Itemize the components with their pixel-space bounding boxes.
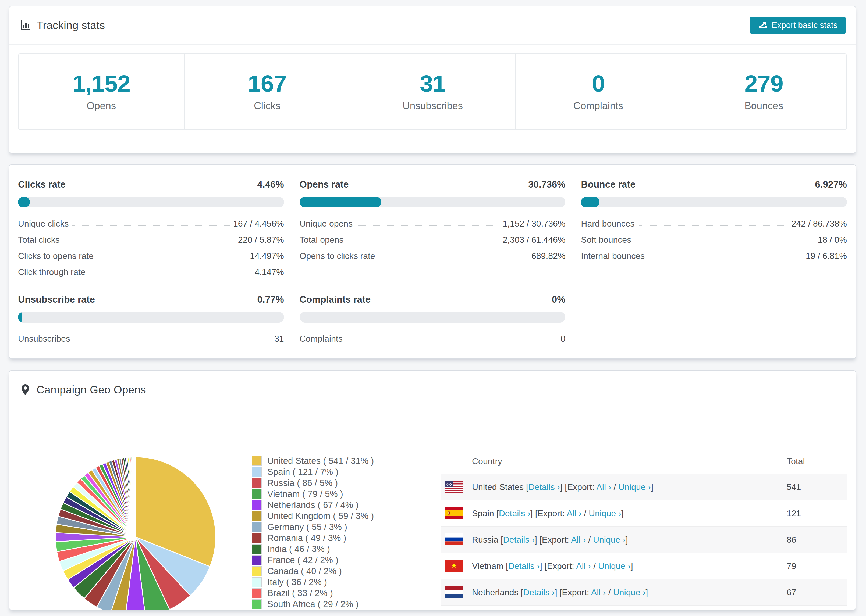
legend-item-romania: Romania ( 49 / 3% ) <box>252 533 374 544</box>
dotted-leader <box>638 225 788 226</box>
stat-value: 19 / 6.81% <box>806 251 847 260</box>
legend-item-canada: Canada ( 40 / 2% ) <box>252 566 374 577</box>
stat-label: Unique opens <box>299 219 353 228</box>
progress-bar <box>18 197 284 207</box>
rate-title: Unsubscribe rate <box>18 294 95 305</box>
legend-label: Canada ( 40 / 2% ) <box>267 566 342 576</box>
legend-item-france: France ( 42 / 2% ) <box>252 555 374 566</box>
stat-label: Unsubscribes <box>18 334 70 343</box>
column-header-total: Total <box>787 456 805 466</box>
rates-card: Clicks rate4.46%Unique clicks167 / 4.456… <box>9 165 856 359</box>
country-total: 121 <box>787 509 801 519</box>
tracking-stats-card: Tracking stats Export basic stats 1,152O… <box>9 6 856 153</box>
details-link[interactable]: Details › <box>508 561 540 571</box>
rate-value: 0% <box>552 294 565 305</box>
legend-item-spain: Spain ( 121 / 7% ) <box>252 466 374 477</box>
export-unique-link[interactable]: Unique › <box>598 561 631 571</box>
stat-row: Internal bounces19 / 6.81% <box>581 251 847 260</box>
summary-card-clicks: 167Clicks <box>184 54 350 129</box>
dotted-leader <box>356 225 499 226</box>
rate-title-row: Unsubscribe rate0.77% <box>18 294 284 305</box>
legend-swatch <box>252 500 262 510</box>
divider <box>9 44 856 45</box>
geo-header: Campaign Geo Opens <box>9 371 856 409</box>
legend-label: France ( 42 / 2% ) <box>267 555 339 565</box>
progress-bar-fill <box>18 312 22 322</box>
geo-table-row-spain: Spain [Details ›] [Export: All › / Uniqu… <box>441 500 847 526</box>
country-total: 541 <box>787 482 801 492</box>
stat-row: Hard bounces242 / 86.738% <box>581 219 847 228</box>
pie-slice-other[interactable] <box>135 457 135 537</box>
export-label: Export: <box>562 588 591 597</box>
flag-nl-icon <box>445 586 463 598</box>
legend-item-brazil: Brazil ( 33 / 2% ) <box>252 588 374 599</box>
summary-card-unsubscribes: 31Unsubscribes <box>350 54 515 129</box>
details-link[interactable]: Details › <box>529 482 560 492</box>
export-all-link[interactable]: All › <box>571 535 586 545</box>
details-link[interactable]: Details › <box>523 588 554 597</box>
country-name: Russia <box>472 535 501 545</box>
dotted-leader <box>347 242 499 242</box>
legend-label: Vietnam ( 79 / 5% ) <box>267 489 343 499</box>
rate-title: Complaints rate <box>299 294 371 305</box>
country-name: United States <box>472 482 526 492</box>
rate-block-opens-rate: Opens rate30.736%Unique opens1,152 / 30.… <box>299 179 565 276</box>
legend-swatch <box>252 588 262 598</box>
legend-swatch <box>252 544 262 554</box>
geo-table-row-united-states: United States [Details ›] [Export: All ›… <box>441 473 847 500</box>
export-unique-link[interactable]: Unique › <box>613 588 646 597</box>
dotted-leader <box>72 225 230 226</box>
summary-label: Complaints <box>573 100 623 112</box>
legend-item-italy: Italy ( 36 / 2% ) <box>252 577 374 588</box>
country-cell: United States [Details ›] [Export: All ›… <box>472 482 653 492</box>
geo-table: Country Total United States [Details ›] … <box>441 449 847 610</box>
legend-item-russia: Russia ( 86 / 5% ) <box>252 477 374 488</box>
details-link[interactable]: Details › <box>499 509 531 518</box>
summary-label: Unsubscribes <box>403 100 463 112</box>
geo-table-row-vietnam: Vietnam [Details ›] [Export: All › / Uni… <box>441 553 847 579</box>
legend-item-united-states: United States ( 541 / 31% ) <box>252 455 374 466</box>
export-basic-stats-button[interactable]: Export basic stats <box>750 17 846 34</box>
legend-label: India ( 46 / 3% ) <box>267 544 330 554</box>
legend-item-south-africa: South Africa ( 29 / 2% ) <box>252 599 374 610</box>
stat-value: 0 <box>561 334 565 343</box>
country-name: Spain <box>472 509 496 518</box>
stat-row: Complaints0 <box>299 334 565 343</box>
progress-bar <box>299 197 565 207</box>
export-all-link[interactable]: All › <box>576 561 591 571</box>
legend-swatch <box>252 489 262 499</box>
stat-value: 31 <box>274 334 284 343</box>
geo-title: Campaign Geo Opens <box>36 384 146 396</box>
stat-label: Clicks to opens rate <box>18 251 94 260</box>
dotted-leader <box>648 258 803 258</box>
export-all-link[interactable]: All › <box>596 482 611 492</box>
rate-title: Clicks rate <box>18 179 66 190</box>
summary-value: 0 <box>592 72 605 96</box>
flag-vn-icon <box>445 560 463 572</box>
legend-swatch <box>252 467 262 477</box>
export-all-link[interactable]: All › <box>567 509 581 518</box>
legend-label: Romania ( 49 / 3% ) <box>267 533 346 543</box>
country-cell: Russia [Details ›] [Export: All › / Uniq… <box>472 535 628 545</box>
export-all-link[interactable]: All › <box>591 588 606 597</box>
geo-opens-pie-chart <box>54 455 217 610</box>
rate-value: 30.736% <box>528 179 565 190</box>
details-link[interactable]: Details › <box>503 535 535 545</box>
summary-value: 31 <box>420 72 446 96</box>
dotted-leader <box>635 242 814 242</box>
progress-bar-fill <box>18 197 30 207</box>
dotted-leader <box>73 341 271 341</box>
progress-bar-fill <box>299 197 381 207</box>
stat-row: Opens to clicks rate689.82% <box>299 251 565 260</box>
dotted-leader <box>346 341 557 341</box>
export-unique-link[interactable]: Unique › <box>589 509 621 518</box>
export-unique-link[interactable]: Unique › <box>593 535 625 545</box>
dotted-leader <box>89 274 252 274</box>
rate-title-row: Clicks rate4.46% <box>18 179 284 190</box>
rate-value: 6.927% <box>815 179 847 190</box>
legend-item-netherlands: Netherlands ( 67 / 4% ) <box>252 499 374 511</box>
legend-swatch <box>252 577 262 587</box>
export-unique-link[interactable]: Unique › <box>618 482 651 492</box>
stat-row: Clicks to opens rate14.497% <box>18 251 284 260</box>
summary-label: Opens <box>87 100 116 112</box>
